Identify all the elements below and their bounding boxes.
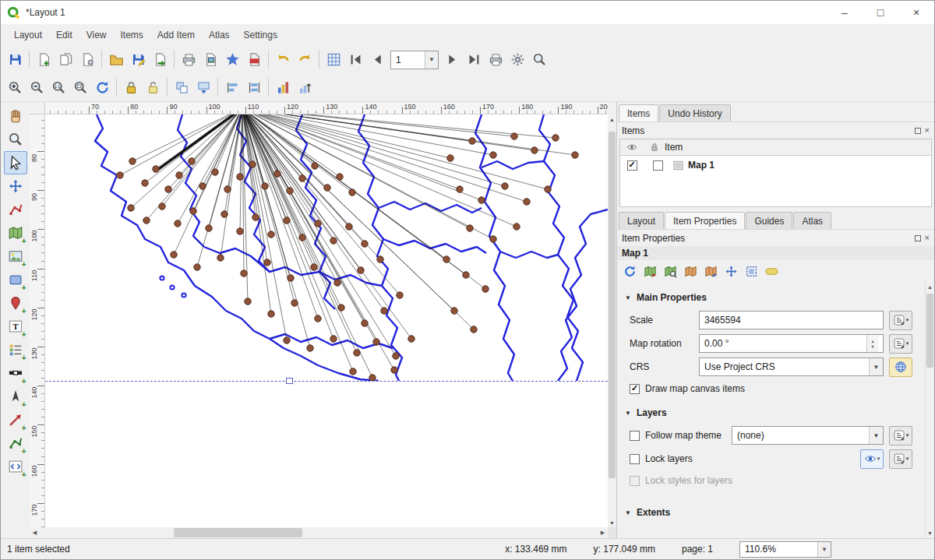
extents-group-header[interactable]: ▼ Extents [622,500,920,522]
zoom-tool[interactable] [4,128,27,151]
properties-scrollbar[interactable]: ▲ ▼ [925,282,934,538]
view-map-scale-button[interactable] [701,262,720,280]
float-panel-icon[interactable] [915,128,921,134]
refresh-view-button[interactable] [91,77,113,99]
duplicate-layout-button[interactable] [55,49,76,71]
atlas-settings-button[interactable] [506,49,528,71]
set-map-extent-button[interactable] [640,262,659,280]
redo-button[interactable] [294,49,316,71]
float-panel-icon[interactable] [915,235,921,241]
draw-map-canvas-items-checkbox[interactable] [630,384,640,394]
scroll-left-icon[interactable]: ◀ [30,530,40,536]
move-item-content-tool[interactable] [4,174,27,198]
add-node-item-button[interactable]: + [4,431,27,455]
export-pdf-button[interactable] [243,49,265,71]
new-layout-button[interactable] [33,49,55,71]
add-html-button[interactable]: + [4,455,27,478]
items-list-row-map1[interactable]: Map 1 [620,156,931,174]
add-legend-button[interactable]: + [4,338,27,361]
save-as-template-button[interactable] [127,49,149,71]
resize-items-button[interactable] [294,77,316,99]
main-properties-group-header[interactable]: ▼ Main Properties [622,285,920,307]
save-project-button[interactable] [4,49,26,71]
next-feature-button[interactable] [441,49,463,71]
vertical-ruler[interactable]: 8090100110120130140150160170 [30,114,45,527]
zoom-actual-button[interactable]: 1:1 [48,77,69,99]
tab-undo-history[interactable]: Undo History [659,104,730,122]
close-panel-icon[interactable]: × [925,234,930,242]
maximize-button[interactable]: □ [863,1,898,24]
tab-atlas[interactable]: Atlas [793,212,831,229]
canvas-vertical-scrollbar[interactable]: ▲ ▼ [608,114,616,527]
set-map-scale-button[interactable] [681,262,700,280]
menu-layout[interactable]: Layout [7,26,49,44]
add-shape-button[interactable]: + [4,268,27,291]
scale-input[interactable]: 3465594 [699,311,884,329]
view-current-extent-button[interactable] [661,262,679,280]
lock-layers-data-defined-button[interactable]: ▾ [889,449,912,469]
item-visibility-checkbox[interactable] [627,160,637,171]
crs-combo[interactable]: Use Project CRS ▼ [699,357,884,376]
unlock-all-items-button[interactable] [142,77,164,99]
group-items-button[interactable] [171,77,192,99]
item-lock-checkbox[interactable] [653,160,663,171]
add-picture-button[interactable]: + [4,245,27,268]
select-move-item-tool[interactable] [4,151,27,174]
scroll-up-icon[interactable]: ▲ [927,282,933,292]
theme-data-defined-button[interactable]: ▾ [889,426,912,446]
horizontal-ruler[interactable]: 708090100110120130140150160170180190200 [45,102,608,114]
add-label-button[interactable]: T+ [4,315,27,338]
add-marker-button[interactable]: + [4,291,27,315]
raise-items-button[interactable] [272,77,294,99]
print-atlas-button[interactable] [485,49,506,71]
map-item-resize-handle[interactable] [286,378,293,384]
ungroup-items-button[interactable] [192,77,214,99]
zoom-out-button[interactable] [26,77,48,99]
visible-layers-button[interactable]: ▾ [860,449,884,469]
scroll-down-icon[interactable]: ▼ [609,518,615,527]
add-north-arrow-button[interactable]: + [4,385,27,408]
lock-layers-checkbox[interactable] [630,454,640,464]
preview-atlas-button[interactable] [323,49,344,71]
add-map-button[interactable]: + [4,221,27,245]
spinner-buttons[interactable]: ▴▾ [866,335,878,352]
last-feature-button[interactable] [463,49,485,71]
pan-tool[interactable] [4,104,27,128]
refresh-map-preview-button[interactable] [620,262,639,280]
close-panel-icon[interactable]: × [925,126,930,135]
menu-settings[interactable]: Settings [237,26,284,44]
menu-view[interactable]: View [79,26,114,44]
add-scalebar-button[interactable]: + [4,361,27,385]
move-map-content-button[interactable] [722,262,740,280]
scroll-up-icon[interactable]: ▲ [609,114,615,124]
scroll-thumb[interactable] [174,528,302,537]
atlas-page-combo[interactable]: 1▼ [390,51,439,69]
interactively-edit-extent-button[interactable] [742,262,760,280]
zoom-level-combo[interactable]: 110.6% ▼ [739,541,831,558]
layout-manager-button[interactable] [76,49,98,71]
undo-button[interactable] [272,49,294,71]
menu-items[interactable]: Items [114,26,150,44]
tab-layout[interactable]: Layout [619,212,664,229]
export-image-button[interactable] [199,49,221,71]
add-items-from-template-button[interactable] [149,49,171,71]
menu-add-item[interactable]: Add Item [150,26,202,44]
zoom-in-button[interactable] [4,77,26,99]
map-theme-combo[interactable]: (none) ▼ [732,426,884,445]
tab-items[interactable]: Items [619,104,658,122]
select-crs-button[interactable] [889,357,912,377]
zoom-full-button[interactable] [69,77,91,99]
minimize-button[interactable]: – [827,1,863,24]
labeling-settings-button[interactable] [762,262,781,280]
scroll-down-icon[interactable]: ▼ [927,528,933,538]
distribute-items-button[interactable] [243,77,265,99]
load-template-button[interactable] [105,49,127,71]
layout-canvas[interactable] [45,114,608,527]
first-feature-button[interactable] [344,49,366,71]
align-items-button[interactable] [221,77,243,99]
previous-feature-button[interactable] [366,49,388,71]
scale-data-defined-button[interactable]: ▾ [889,311,912,330]
zoom-preview-button[interactable] [528,49,550,71]
close-button[interactable]: × [898,1,934,24]
add-arrow-button[interactable]: + [4,408,27,431]
